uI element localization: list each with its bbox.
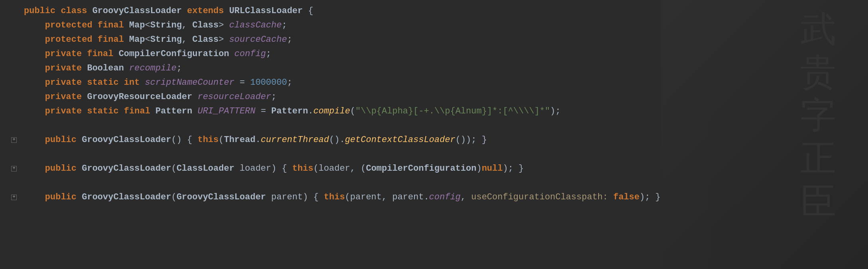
token-plain: , <box>182 35 192 45</box>
token-kw-final: final <box>98 20 129 30</box>
token-class-name: URLClassLoader <box>229 6 308 16</box>
token-plain: < <box>145 20 150 30</box>
token-plain: () { <box>171 135 198 145</box>
token-kw-private: private <box>45 49 87 59</box>
token-kw-public: public <box>45 135 82 145</box>
code-line: private Boolean recompile; <box>0 61 868 76</box>
indent <box>24 35 45 45</box>
line-content: protected final Map<String, Class> class… <box>24 18 868 32</box>
token-kw-final: final <box>124 106 155 116</box>
token-plain: ); } <box>503 164 524 173</box>
code-line: public class GroovyClassLoader extends U… <box>0 4 868 18</box>
token-plain <box>608 192 613 202</box>
code-line <box>0 147 868 162</box>
token-class-name: String <box>150 35 182 45</box>
indent <box>24 92 45 102</box>
token-italic-name: URI_PATTERN <box>198 106 255 116</box>
token-italic-method: compile <box>313 106 350 116</box>
token-plain: ) { <box>303 192 324 202</box>
token-class-name: Map <box>129 20 145 30</box>
token-kw-public: public <box>45 192 82 202</box>
token-kw-protected: protected <box>45 20 98 30</box>
token-plain: ; <box>266 49 271 59</box>
token-plain: ) { <box>271 164 293 173</box>
token-plain: ( <box>313 164 318 173</box>
line-content: public class GroovyClassLoader extends U… <box>24 4 868 18</box>
token-plain: { <box>308 6 313 16</box>
code-line: + public GroovyClassLoader(GroovyClassLo… <box>0 190 868 205</box>
token-kw-class: class <box>61 6 92 16</box>
token-field-name: resourceLoader <box>198 92 271 102</box>
token-plain: = <box>234 78 250 88</box>
token-field-name: config <box>234 49 266 59</box>
token-plain: ( <box>219 135 224 145</box>
line-content: private static final Pattern URI_PATTERN… <box>24 104 868 118</box>
token-kw-public: public <box>24 6 61 16</box>
token-class-name: String <box>150 20 182 30</box>
code-editor: public class GroovyClassLoader extends U… <box>0 0 868 269</box>
token-kw-null: null <box>482 164 503 173</box>
token-param-name: parent <box>271 192 303 202</box>
token-class-name: ClassLoader <box>177 164 240 173</box>
token-plain: ); } <box>640 192 661 202</box>
token-field-name: recompile <box>129 63 177 73</box>
token-plain: , <box>382 192 392 202</box>
token-plain: ; <box>177 63 182 73</box>
code-line: + public GroovyClassLoader(ClassLoader l… <box>0 162 868 176</box>
code-area: public class GroovyClassLoader extends U… <box>0 0 868 209</box>
token-plain: ; <box>287 35 292 45</box>
token-plain: ( <box>171 192 177 202</box>
line-content: protected final Map<String, Class> sourc… <box>24 33 868 47</box>
token-plain: ) <box>476 164 481 173</box>
token-class-name: GroovyClassLoader <box>82 192 171 202</box>
token-kw-this: this <box>198 135 219 145</box>
token-plain: , <box>461 192 471 202</box>
token-class-name: CompilerConfiguration <box>366 164 476 173</box>
fold-icon[interactable]: + <box>11 195 17 200</box>
token-plain: ( <box>171 164 177 173</box>
token-kw-this: this <box>324 192 345 202</box>
code-line: private static final Pattern URI_PATTERN… <box>0 104 868 119</box>
token-class-name: Map <box>129 35 145 45</box>
token-kw-public: public <box>45 164 82 173</box>
token-kw-protected: protected <box>45 35 98 45</box>
token-plain: < <box>145 35 150 45</box>
token-class-name: Pattern <box>271 106 308 116</box>
token-field-name: config <box>429 192 461 202</box>
line-content: public GroovyClassLoader() { this(Thread… <box>24 133 868 147</box>
token-plain: . <box>308 106 313 116</box>
token-kw-private: private <box>45 106 87 116</box>
token-class-name: GroovyClassLoader <box>92 6 187 16</box>
token-plain: ; <box>282 20 287 30</box>
token-kw-private: private <box>45 78 87 88</box>
token-plain: ; <box>287 78 292 88</box>
token-param-name: parent <box>350 192 382 202</box>
token-kw-extends: extends <box>187 6 229 16</box>
fold-icon[interactable]: + <box>11 166 17 172</box>
line-gutter[interactable]: + <box>8 166 20 172</box>
line-gutter[interactable]: + <box>8 137 20 143</box>
token-param-name: parent <box>392 192 424 202</box>
token-plain: ( <box>345 192 350 202</box>
token-plain: ( <box>350 106 355 116</box>
code-line: private final CompilerConfiguration conf… <box>0 47 868 61</box>
line-gutter[interactable]: + <box>8 195 20 200</box>
token-plain: ()); } <box>456 135 487 145</box>
token-plain: (). <box>329 135 345 145</box>
token-class-name: GroovyClassLoader <box>82 135 171 145</box>
token-number-val: 1000000 <box>250 78 287 88</box>
token-named-arg: useConfigurationClasspath: <box>471 192 608 202</box>
indent <box>24 20 45 30</box>
code-line: protected final Map<String, Class> sourc… <box>0 33 868 47</box>
token-field-name: classCache <box>229 20 282 30</box>
fold-icon[interactable]: + <box>11 137 17 143</box>
token-param-name: loader <box>240 164 271 173</box>
token-class-name: Thread <box>224 135 255 145</box>
token-plain: ); <box>550 106 560 116</box>
code-line: private static int scriptNameCounter = 1… <box>0 76 868 90</box>
token-plain: ; <box>271 92 277 102</box>
token-kw-final: final <box>87 49 118 59</box>
token-plain: > <box>219 35 229 45</box>
token-plain: , ( <box>350 164 366 173</box>
token-field-name: sourceCache <box>229 35 287 45</box>
